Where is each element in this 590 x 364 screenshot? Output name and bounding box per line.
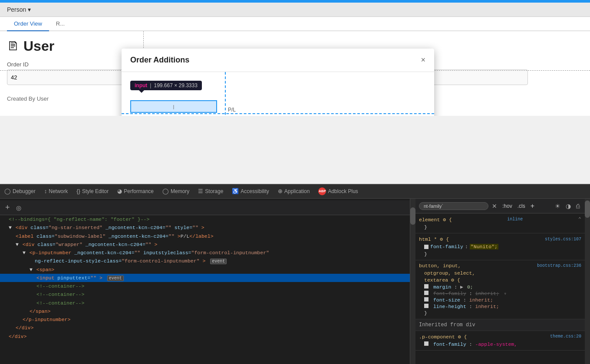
pl-label: P/L — [228, 107, 236, 113]
app-header: Person ▾ — [0, 3, 590, 17]
main-content: 🖹 User Order ID Created By User Timestam… — [0, 31, 590, 116]
tooltip-dims: 199.667 × 29.3333 — [154, 82, 197, 89]
tab-order-view[interactable]: Order View — [7, 17, 49, 31]
modal-backdrop: Order Additions × input | 199.667 × 29.3… — [0, 31, 590, 116]
app-title-text: Person — [7, 6, 26, 13]
modal-title: Order Additions — [130, 56, 189, 65]
crosshair-horizontal — [122, 113, 434, 114]
element-tooltip: input | 199.667 × 29.3333 — [130, 81, 202, 90]
modal-close-button[interactable]: × — [421, 56, 425, 65]
app-title-dropdown-icon[interactable]: ▾ — [28, 6, 31, 13]
modal-body: input | 199.667 × 29.3333 P/L | — [122, 72, 434, 116]
tooltip-tag: input — [135, 82, 147, 89]
tab-r[interactable]: R... — [49, 17, 72, 31]
tabs-bar: Order View R... — [0, 17, 590, 31]
crosshair-vertical — [225, 72, 226, 116]
modal-header: Order Additions × — [122, 49, 434, 72]
order-additions-modal: Order Additions × input | 199.667 × 29.3… — [122, 49, 434, 116]
app-title[interactable]: Person ▾ — [7, 6, 31, 13]
highlighted-input[interactable]: | — [130, 100, 217, 113]
